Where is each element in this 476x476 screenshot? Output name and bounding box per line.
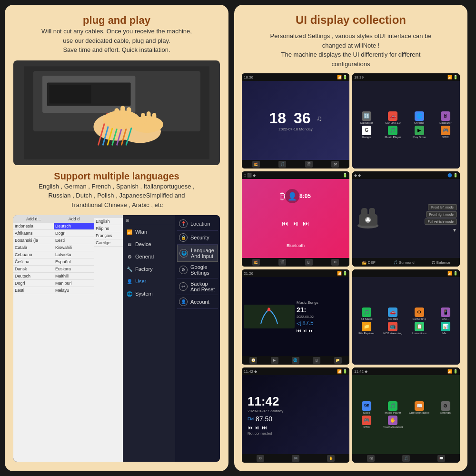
lang-item[interactable]: Dogri [54,230,94,237]
submenu-label-backup: Backup And Reset [190,281,216,292]
cell-content-dsp: Front left mode Front right mode Full ve… [352,179,460,258]
languages-section: Support multiple languages English , Ger… [13,171,220,210]
menu-item-general[interactable]: ⚙ General [124,250,174,263]
lang-item-selected[interactable]: Deutsch [54,223,94,230]
operationguide-icon: 📖 [415,401,424,411]
fm-play[interactable]: ⏯ [255,425,260,430]
app-grid-display: 🔢 Calculator 🚗 Car Link 2.0 🌐 Chrome [354,111,458,139]
prev-icon[interactable]: ⏮ [282,219,288,227]
lang-item[interactable]: Eesti [54,237,94,244]
device-icon: 🖥 [126,240,133,248]
lang-list-header2: Add d [54,215,94,223]
front-right-btn[interactable]: Front right mode [426,211,457,218]
cell-content-nav: Music Songs 21: 2022-08-02 ◁ 87.5 ⏮ ⏯ ⏭ [242,277,349,356]
musicplayer-label: Music Player [385,136,401,139]
nav-map-svg [258,305,280,328]
lang-item[interactable]: Deutsch [13,273,54,280]
lang-item[interactable]: Manipuri [54,280,94,287]
fm-row: FM 87.50 [248,415,272,423]
dsp-mode-options: Front left mode Front right mode Full ve… [425,204,457,233]
app-operationguide: 📖 Operation guide [407,401,432,414]
lang-item[interactable]: Afrikaans [13,230,54,237]
fm-prev[interactable]: ⏮ [248,425,253,430]
submenu-backup[interactable]: ↩ Backup And Reset [177,278,218,295]
lang-item[interactable]: Filipino [94,225,123,232]
car-image-svg [24,66,210,160]
app-musicplayer: 🎵 Music Player [380,126,405,139]
lang-item[interactable]: Gaeilge [94,239,123,247]
lang-item[interactable]: English [94,218,123,225]
lang-item[interactable]: Español [54,258,94,266]
nav-play[interactable]: ⏯ [303,328,307,333]
music-label: Music Songs [297,300,347,305]
carinfo-label: Car Info [388,317,398,320]
menu-item-wlan[interactable]: 📶 Wlan [124,226,174,238]
submenu-location[interactable]: 📍 Location [177,217,218,231]
app-carsetting: ⚙ CarSetting [407,307,432,320]
lang-item[interactable]: Cebuano [13,251,54,258]
cell-header-clock: 18:36 📶 🔋 [242,73,349,81]
fm-controls: ⏮ ⏯ ⏭ [248,425,267,430]
backup-icon: ↩ [179,282,188,291]
calculator-icon: 🔢 [362,111,371,121]
settings-icon2: ⚙ [257,455,264,462]
clock-music-note: ♫ [317,114,322,123]
submenu-label-security: Security [190,235,209,240]
lang-item[interactable]: Eesti [13,287,54,294]
app-equalizer: 🎚 Equalizer [433,111,458,124]
lang-item[interactable]: Kiswahili [54,244,94,251]
cell-content-apps: 🔢 Calculator 🚗 Car Link 2.0 🌐 Chrome [352,81,460,169]
lang-item[interactable]: Dogri [13,280,54,287]
fm-next[interactable]: ⏭ [262,425,267,430]
svg-rect-20 [146,111,150,124]
lang-item[interactable]: Latvieŝu [54,251,94,258]
touch-assistant-icon2: ✋ [388,416,397,425]
lang-item[interactable]: Čeština [13,258,54,266]
lang-item[interactable]: Melayu [54,287,94,294]
not-connected-label: Not connected [248,431,272,436]
right-panel: UI display collection Personalized Setti… [234,5,467,471]
video-icon2: 🎬 [278,259,286,266]
main-menu-header: ⊞ [124,217,174,224]
ui-collection-title: UI display collection [242,13,460,27]
cell-content-maps: 🗺 Maps 🎵 Music Player 📖 Operation guide [352,375,460,454]
plug-body: Will not cut any cables. Once you receiv… [13,27,220,55]
surround-label: 🎵 Surround [393,260,415,265]
equalizer-label: Equalizer [439,121,451,124]
lang-item[interactable]: Català [13,244,54,251]
front-left-btn[interactable]: Front left mode [428,204,457,210]
app-carlink: 🚗 Car Link 2.0 [380,111,405,124]
lang-item[interactable]: Indonesia [13,223,54,230]
lang-item[interactable]: Bosanski (la [13,237,54,244]
next-icon[interactable]: ⏭ [303,219,309,227]
submenu-google[interactable]: ⚙ Google Settings [177,262,218,278]
left-panel: plug and play Will not cut any cables. O… [5,5,228,471]
lang-item[interactable]: Français [94,232,123,239]
play-icon[interactable]: ⏯ [292,219,299,227]
swc-icon: 🎮 [441,126,450,135]
nav-next[interactable]: ⏭ [309,328,314,333]
nav-prev[interactable]: ⏮ [297,328,301,333]
menu-label-system: System [135,291,153,297]
ui-grid: 18:36 📶 🔋 18 36 ♫ 2022-07-18 Monday [242,73,460,463]
nav-map [244,305,295,328]
menu-label-device: Device [135,241,151,247]
submenu-security[interactable]: 🔒 Security [177,231,218,245]
full-vehicle-btn[interactable]: Full vehicle mode [425,218,457,225]
nav-date: 2022-08-02 [297,315,347,318]
car-seat-visual [355,206,381,232]
cell-header-dsp: ◆ ◆ 🔵 🔋 [352,171,460,179]
lang-item[interactable]: Maithili [54,273,94,280]
gear-icon: ⚙ [126,253,133,260]
menu-item-device[interactable]: 🖥 Device [124,238,174,250]
wifi-icon: 📶 [126,228,133,236]
lang-list-col3: English Filipino Français Gaeilge [94,215,123,462]
lang-item[interactable]: Dansk [13,266,54,273]
clock-display-2: 11:42 2023-01-07 Saturday FM 87.50 ⏮ ⏯ ⏭… [245,378,347,451]
menu-item-system[interactable]: 🌐 System [124,288,174,300]
submenu-language[interactable]: 🌐 Lanquage And Input [177,245,218,262]
menu-item-factory[interactable]: 🔧 Factory [124,263,174,275]
submenu-account[interactable]: 👤 Account [177,295,218,309]
lang-item[interactable]: Euskara [54,266,94,273]
menu-item-user[interactable]: 👤 User [124,275,174,288]
